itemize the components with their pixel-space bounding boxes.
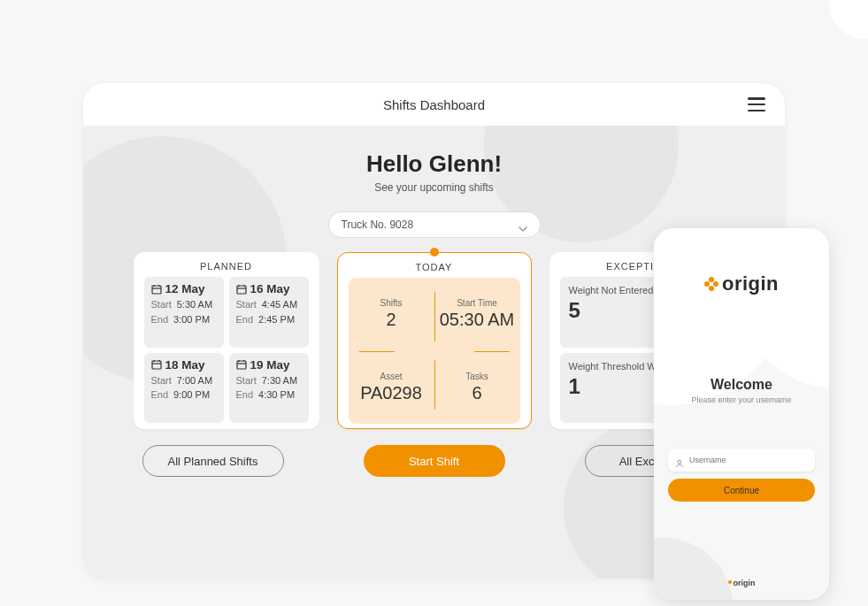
brand-mark-icon bbox=[704, 277, 718, 291]
shift-start-label: Start bbox=[151, 297, 172, 312]
shift-start: 5:30 AM bbox=[177, 297, 212, 312]
today-starttime-value: 05:30 AM bbox=[440, 310, 515, 330]
shift-end: 4:30 PM bbox=[258, 387, 295, 403]
greeting-subtitle: See your upcoming shifts bbox=[127, 181, 741, 194]
app-header: Shifts Dashboard bbox=[83, 83, 785, 126]
calendar-icon bbox=[236, 284, 247, 295]
shift-end-label: End bbox=[236, 312, 254, 327]
phone-footer: origin bbox=[654, 573, 829, 589]
today-asset-value: PA0298 bbox=[360, 383, 422, 403]
welcome-title: Welcome bbox=[668, 377, 815, 393]
all-planned-button[interactable]: All Planned Shifts bbox=[142, 445, 284, 477]
shift-date: 18 May bbox=[165, 358, 205, 372]
planned-shift-tile[interactable]: 19 May Start7:30 AM End4:30 PM bbox=[229, 353, 309, 424]
username-field[interactable] bbox=[668, 449, 815, 472]
shift-start-label: Start bbox=[236, 297, 257, 312]
svg-rect-2 bbox=[152, 361, 161, 369]
shift-end: 3:00 PM bbox=[173, 312, 210, 327]
calendar-icon bbox=[151, 359, 162, 370]
today-shifts-label: Shifts bbox=[380, 298, 402, 308]
shift-start: 7:00 AM bbox=[177, 373, 212, 388]
today-header: TODAY bbox=[349, 262, 520, 278]
shift-date: 16 May bbox=[250, 282, 290, 295]
svg-point-4 bbox=[678, 460, 681, 464]
today-tasks-value: 6 bbox=[472, 383, 481, 403]
planned-header: PLANNED bbox=[144, 261, 309, 277]
username-input[interactable] bbox=[689, 456, 808, 464]
brand-mark-icon bbox=[728, 580, 732, 584]
menu-icon[interactable] bbox=[748, 97, 765, 111]
start-shift-label: Start Shift bbox=[409, 455, 459, 468]
shift-end: 9:00 PM bbox=[173, 387, 210, 403]
shift-end: 2:45 PM bbox=[258, 312, 295, 327]
shift-date: 12 May bbox=[165, 282, 205, 295]
user-icon bbox=[675, 456, 684, 464]
shift-date: 19 May bbox=[250, 358, 290, 372]
truck-select[interactable]: Truck No. 9028 bbox=[328, 211, 541, 238]
continue-button[interactable]: Continue bbox=[668, 479, 815, 502]
shift-end-label: End bbox=[151, 312, 169, 327]
planned-card: PLANNED 12 May Start5:30 AM End3:00 PM bbox=[134, 252, 319, 429]
shift-end-label: End bbox=[236, 387, 254, 403]
greeting: Hello Glenn! bbox=[127, 150, 741, 178]
calendar-icon bbox=[236, 359, 247, 370]
today-card: TODAY Shifts 2 Start Time 05:30 AM bbox=[337, 252, 532, 429]
planned-shift-tile[interactable]: 18 May Start7:00 AM End9:00 PM bbox=[144, 353, 224, 424]
svg-rect-3 bbox=[237, 361, 246, 369]
planned-shift-tile[interactable]: 16 May Start4:45 AM End2:45 PM bbox=[229, 277, 309, 348]
shift-start-label: Start bbox=[151, 373, 172, 388]
today-tasks-label: Tasks bbox=[465, 372, 488, 381]
today-shifts-value: 2 bbox=[386, 310, 396, 330]
svg-rect-0 bbox=[152, 286, 161, 294]
calendar-icon bbox=[151, 284, 162, 295]
shift-start: 4:45 AM bbox=[262, 297, 297, 312]
shift-start: 7:30 AM bbox=[262, 373, 297, 388]
continue-label: Continue bbox=[724, 486, 759, 495]
today-starttime-cell: Start Time 05:30 AM bbox=[434, 278, 520, 351]
shift-end-label: End bbox=[151, 387, 169, 403]
today-asset-cell: Asset PA0298 bbox=[349, 351, 434, 425]
start-shift-button[interactable]: Start Shift bbox=[364, 445, 505, 477]
brand-text: origin bbox=[722, 272, 779, 295]
brand-logo: origin bbox=[668, 272, 815, 295]
footer-brand-text: origin bbox=[734, 579, 756, 587]
chevron-down-icon bbox=[518, 222, 527, 227]
today-shifts-cell: Shifts 2 bbox=[349, 278, 434, 351]
svg-rect-1 bbox=[237, 286, 246, 294]
today-starttime-label: Start Time bbox=[457, 298, 497, 308]
planned-shift-tile[interactable]: 12 May Start5:30 AM End3:00 PM bbox=[144, 277, 224, 348]
all-planned-label: All Planned Shifts bbox=[168, 455, 258, 468]
page-title: Shifts Dashboard bbox=[383, 97, 485, 112]
truck-select-value: Truck No. 9028 bbox=[342, 219, 414, 231]
today-asset-label: Asset bbox=[380, 372, 402, 381]
shift-start-label: Start bbox=[236, 373, 257, 388]
phone-frame: origin Welcome Please enter your usernam… bbox=[654, 228, 829, 600]
welcome-subtitle: Please enter your username bbox=[668, 395, 815, 404]
today-tasks-cell: Tasks 6 bbox=[434, 351, 520, 425]
